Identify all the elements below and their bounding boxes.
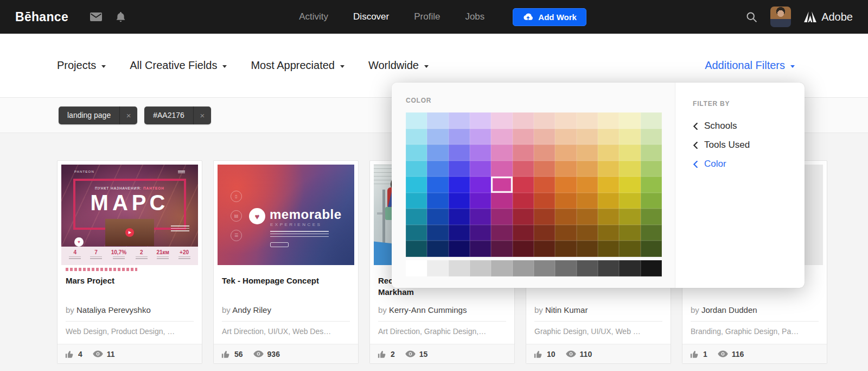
- color-swatch-cyan-r6[interactable]: [406, 209, 427, 225]
- color-swatch-blue-r1[interactable]: [427, 129, 448, 145]
- remove-tag-icon[interactable]: ×: [193, 106, 211, 124]
- color-swatch-vermilion-r2[interactable]: [534, 144, 555, 161]
- color-swatch-vermilion-r3[interactable]: [534, 161, 555, 177]
- color-swatch-orange-r3[interactable]: [555, 161, 576, 177]
- color-swatch-cyan-r2[interactable]: [406, 144, 427, 161]
- color-swatch-yellow-r8[interactable]: [598, 241, 619, 257]
- grayscale-swatch-9[interactable]: [598, 260, 619, 276]
- filter-by-color[interactable]: Color: [693, 159, 805, 169]
- color-swatch-magenta-r5[interactable]: [491, 193, 512, 209]
- color-swatch-crimson-r2[interactable]: [513, 144, 534, 161]
- color-swatch-violet-r5[interactable]: [470, 193, 491, 209]
- color-swatch-crimson-r6[interactable]: [513, 209, 534, 225]
- filter-by-schools[interactable]: Schools: [693, 121, 805, 131]
- color-swatch-cyan-r1[interactable]: [406, 129, 427, 145]
- color-swatch-blue-r7[interactable]: [427, 225, 448, 241]
- color-swatch-crimson-r8[interactable]: [513, 241, 534, 257]
- add-work-button[interactable]: Add Work: [513, 8, 586, 26]
- behance-logo[interactable]: Bēhance: [15, 10, 68, 24]
- color-swatch-blue-r2[interactable]: [427, 144, 448, 161]
- grayscale-swatch-8[interactable]: [577, 260, 598, 276]
- color-swatch-blue-r3[interactable]: [427, 161, 448, 177]
- color-swatch-crimson-r7[interactable]: [513, 225, 534, 241]
- mail-icon[interactable]: [90, 12, 102, 21]
- color-swatch-indigo-r7[interactable]: [449, 225, 470, 241]
- color-swatch-indigo-r0[interactable]: [449, 112, 470, 129]
- color-swatch-yellow-green-r2[interactable]: [619, 144, 640, 161]
- color-swatch-orange-r6[interactable]: [555, 209, 576, 225]
- nav-item-jobs[interactable]: Jobs: [465, 11, 484, 22]
- color-swatch-vermilion-r7[interactable]: [534, 225, 555, 241]
- color-swatch-crimson-r0[interactable]: [513, 112, 534, 129]
- color-swatch-blue-r0[interactable]: [427, 112, 448, 129]
- color-swatch-amber-r0[interactable]: [577, 112, 598, 129]
- color-swatch-amber-r7[interactable]: [577, 225, 598, 241]
- color-swatch-yellow-r7[interactable]: [598, 225, 619, 241]
- project-title[interactable]: Mars Project: [66, 275, 194, 286]
- grayscale-swatch-0[interactable]: [406, 260, 427, 276]
- color-swatch-magenta-r2[interactable]: [491, 144, 512, 161]
- user-avatar[interactable]: [770, 7, 791, 27]
- grayscale-swatch-5[interactable]: [513, 260, 534, 276]
- color-swatch-magenta-r6[interactable]: [491, 209, 512, 225]
- search-icon[interactable]: [746, 11, 757, 23]
- color-swatch-magenta-r1[interactable]: [491, 129, 512, 145]
- color-swatch-amber-r2[interactable]: [577, 144, 598, 161]
- color-swatch-magenta-r3[interactable]: [491, 161, 512, 177]
- color-swatch-amber-r3[interactable]: [577, 161, 598, 177]
- grayscale-swatch-6[interactable]: [534, 260, 555, 276]
- grayscale-swatch-10[interactable]: [619, 260, 640, 276]
- color-swatch-violet-r8[interactable]: [470, 241, 491, 257]
- color-swatch-magenta-r7[interactable]: [491, 225, 512, 241]
- notifications-bell-icon[interactable]: [116, 12, 125, 22]
- color-swatch-orange-r4[interactable]: [555, 177, 576, 193]
- color-swatch-yellow-green-r6[interactable]: [619, 209, 640, 225]
- color-swatch-yellow-green-r8[interactable]: [619, 241, 640, 257]
- color-swatch-orange-r5[interactable]: [555, 193, 576, 209]
- project-cover[interactable]: PANTEONПУНКТ НАЗНАЧЕНИЯ:ПАНТЕОНМАРС▶♥471…: [61, 165, 198, 265]
- color-swatch-amber-r1[interactable]: [577, 129, 598, 145]
- color-swatch-violet-r7[interactable]: [470, 225, 491, 241]
- color-swatch-green-r5[interactable]: [641, 193, 662, 209]
- grayscale-swatch-1[interactable]: [427, 260, 448, 276]
- color-swatch-vermilion-r6[interactable]: [534, 209, 555, 225]
- color-swatch-green-r1[interactable]: [641, 129, 662, 145]
- color-swatch-cyan-r7[interactable]: [406, 225, 427, 241]
- filter-dropdown-projects[interactable]: Projects: [57, 59, 106, 72]
- color-swatch-violet-r0[interactable]: [470, 112, 491, 129]
- color-swatch-yellow-r1[interactable]: [598, 129, 619, 145]
- color-swatch-violet-r1[interactable]: [470, 129, 491, 145]
- color-swatch-orange-r8[interactable]: [555, 241, 576, 257]
- color-swatch-indigo-r1[interactable]: [449, 129, 470, 145]
- color-swatch-green-r3[interactable]: [641, 161, 662, 177]
- color-swatch-crimson-r1[interactable]: [513, 129, 534, 145]
- color-swatch-orange-r2[interactable]: [555, 144, 576, 161]
- color-swatch-crimson-r3[interactable]: [513, 161, 534, 177]
- color-swatch-vermilion-r8[interactable]: [534, 241, 555, 257]
- color-swatch-yellow-green-r7[interactable]: [619, 225, 640, 241]
- color-swatch-selected[interactable]: [491, 177, 512, 193]
- color-swatch-amber-r8[interactable]: [577, 241, 598, 257]
- nav-item-discover[interactable]: Discover: [353, 11, 389, 22]
- color-swatch-amber-r4[interactable]: [577, 177, 598, 193]
- color-swatch-green-r4[interactable]: [641, 177, 662, 193]
- adobe-logo[interactable]: Adobe: [804, 11, 853, 23]
- filter-dropdown-worldwide[interactable]: Worldwide: [368, 59, 429, 72]
- color-swatch-magenta-r0[interactable]: [491, 112, 512, 129]
- project-card-1[interactable]: PANTEONПУНКТ НАЗНАЧЕНИЯ:ПАНТЕОНМАРС▶♥471…: [57, 160, 202, 364]
- filter-by-tools-used[interactable]: Tools Used: [693, 140, 805, 150]
- color-swatch-orange-r1[interactable]: [555, 129, 576, 145]
- project-author[interactable]: by Kerry-Ann Cummings: [378, 305, 506, 315]
- project-author[interactable]: by Nitin Kumar: [534, 305, 662, 315]
- color-swatch-yellow-green-r4[interactable]: [619, 177, 640, 193]
- color-swatch-vermilion-r5[interactable]: [534, 193, 555, 209]
- color-swatch-yellow-r0[interactable]: [598, 112, 619, 129]
- color-swatch-yellow-r3[interactable]: [598, 161, 619, 177]
- color-swatch-indigo-r8[interactable]: [449, 241, 470, 257]
- color-swatch-yellow-r5[interactable]: [598, 193, 619, 209]
- color-swatch-yellow-green-r0[interactable]: [619, 112, 640, 129]
- color-swatch-indigo-r2[interactable]: [449, 144, 470, 161]
- color-swatch-green-r0[interactable]: [641, 112, 662, 129]
- color-swatch-green-r2[interactable]: [641, 144, 662, 161]
- project-author[interactable]: by Andy Riley: [222, 305, 350, 315]
